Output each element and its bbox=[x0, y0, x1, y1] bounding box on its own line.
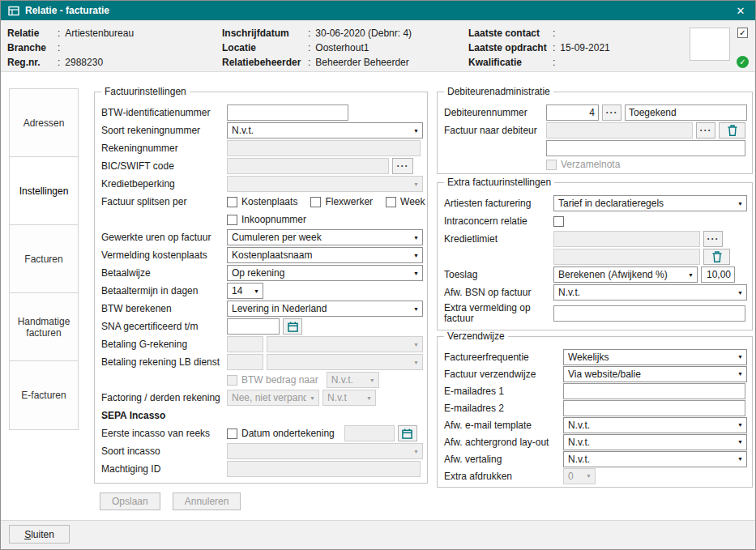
tab-facturen[interactable]: Facturen bbox=[10, 225, 78, 293]
inschrijfdatum-value: 30-06-2020 (Debnr: 4) bbox=[315, 28, 412, 39]
locatie-row: Locatie:Oosterhout1 bbox=[222, 41, 412, 55]
kredietlimiet-label: Kredietlimiet bbox=[444, 233, 553, 245]
separator: : bbox=[548, 42, 560, 53]
sepa-heading-row: SEPA Incasso bbox=[101, 407, 421, 424]
sna-input[interactable] bbox=[227, 318, 280, 335]
chevron-down-icon: ▼ bbox=[586, 473, 592, 479]
titlebar: Relatie - facturatie ✕ bbox=[1, 1, 755, 20]
lb-dienst-row: Betaling rekening LB dienst ▼ bbox=[101, 353, 421, 371]
factoring-row: Factoring / derden rekening Nee, niet ve… bbox=[101, 389, 421, 407]
afw-email-template-select[interactable]: N.v.t.▼ bbox=[563, 417, 747, 433]
gewerkte-uren-select[interactable]: Cumuleren per week▼ bbox=[227, 229, 423, 245]
intraconcern-label: Intraconcern relatie bbox=[444, 215, 553, 227]
selected-value: N.v.t. bbox=[232, 125, 410, 136]
soort-rekeningnummer-select[interactable]: N.v.t.▼ bbox=[227, 122, 423, 139]
inkoopnummer-checkbox[interactable] bbox=[227, 215, 237, 225]
selected-value: Nee, niet verpand bbox=[232, 392, 306, 403]
emailadres1-input[interactable] bbox=[563, 383, 745, 399]
locatie-label: Locatie bbox=[222, 42, 303, 53]
eerste-incasso-label: Eerste incasso van reeks bbox=[101, 428, 227, 439]
relatie-label: Relatie bbox=[7, 28, 53, 39]
sna-calendar-button[interactable] bbox=[283, 318, 302, 335]
afw-achtergrond-select[interactable]: N.v.t.▼ bbox=[563, 434, 747, 450]
kredietlimiet-browse-button[interactable]: ··· bbox=[703, 231, 723, 247]
artiesten-facturering-select[interactable]: Tarief in declaratieregels▼ bbox=[553, 195, 747, 211]
gewerkte-uren-row: Gewerkte uren op factuur Cumuleren per w… bbox=[101, 228, 421, 246]
intraconcern-checkbox[interactable] bbox=[553, 216, 564, 227]
kostenplaats-checkbox[interactable] bbox=[227, 197, 237, 207]
toeslag-select[interactable]: Berekenen (Afwijkend %)▼ bbox=[553, 266, 698, 283]
soort-incasso-select: ▼ bbox=[227, 443, 423, 459]
betaalwijze-select[interactable]: Op rekening▼ bbox=[227, 265, 423, 281]
factuur-naar-debiteur-delete-button[interactable] bbox=[719, 122, 745, 139]
debiteur-extra-input[interactable] bbox=[546, 140, 745, 156]
header-col-1: Relatie:Artiestenbureau Branche: Reg.nr.… bbox=[7, 26, 134, 70]
debiteurennummer-browse-button[interactable]: ··· bbox=[602, 104, 621, 121]
factureerfrequentie-select[interactable]: Wekelijks▼ bbox=[563, 349, 747, 365]
kredietbeperking-row: Kredietbeperking ▼ bbox=[101, 175, 421, 193]
regnr-row: Reg.nr.:2988230 bbox=[7, 55, 134, 70]
artiesten-facturering-row: Artiesten facturering Tarief in declarat… bbox=[444, 194, 745, 212]
chevron-down-icon: ▼ bbox=[413, 449, 419, 454]
bic-browse-button[interactable]: ··· bbox=[392, 158, 413, 174]
debiteurennummer-label: Debiteurennummer bbox=[444, 107, 546, 118]
selected-value: 14 bbox=[232, 285, 250, 296]
kredietbeperking-select: ▼ bbox=[227, 176, 423, 192]
tab-adressen[interactable]: Adressen bbox=[10, 89, 78, 157]
toeslag-percentage-input[interactable] bbox=[701, 266, 735, 283]
datum-ondertekening-label: Datum ondertekening bbox=[241, 428, 335, 439]
bic-input bbox=[227, 158, 389, 174]
tab-e-facturen[interactable]: E-facturen bbox=[10, 361, 78, 429]
debiteurenadministratie-legend: Debiteurenadministratie bbox=[444, 86, 553, 97]
extra-vermelding-input[interactable] bbox=[553, 305, 745, 322]
vermelding-kostenplaats-select[interactable]: Kostenplaatsnaam▼ bbox=[227, 247, 423, 263]
datum-ondertekening-checkbox[interactable] bbox=[227, 428, 237, 439]
kredietlimiet-delete-button[interactable] bbox=[703, 249, 730, 265]
g-rekening-label: Betaling G-rekening bbox=[101, 339, 227, 350]
debiteurennummer-row: Debiteurennummer ··· bbox=[444, 104, 745, 122]
sluiten-label-rest: luiten bbox=[31, 529, 54, 540]
emailadres2-input[interactable] bbox=[563, 400, 745, 416]
emailadres2-row: E-mailadres 2 bbox=[444, 399, 745, 416]
header-checkbox[interactable]: ✓ bbox=[737, 28, 748, 38]
btw-berekenen-select[interactable]: Levering in Nederland▼ bbox=[227, 301, 423, 317]
btw-id-row: BTW-identificatienummer bbox=[101, 104, 421, 122]
close-icon[interactable]: ✕ bbox=[733, 3, 748, 18]
selected-value: 0 bbox=[568, 471, 583, 482]
separator: : bbox=[53, 28, 65, 39]
selected-value: Berekenen (Afwijkend %) bbox=[558, 269, 685, 280]
header-col-3: Laatste contact: Laatste opdracht:15-09-… bbox=[468, 26, 610, 70]
extra-vermelding-row: Extra vermelding op factuur bbox=[444, 301, 745, 326]
sluiten-button[interactable]: Sluiten bbox=[9, 525, 70, 544]
window-title: Relatie - facturatie bbox=[25, 5, 728, 16]
lb-dienst-label: Betaling rekening LB dienst bbox=[101, 356, 227, 368]
factuur-naar-debiteur-row: Factuur naar debiteur ··· bbox=[444, 122, 745, 139]
extra-factuurinstellingen-legend: Extra factuurinstellingen bbox=[444, 177, 554, 188]
flexwerker-checkbox[interactable] bbox=[310, 197, 321, 207]
afw-vertaling-select[interactable]: N.v.t.▼ bbox=[563, 451, 747, 467]
relatiebeheerder-label: Relatiebeheerder bbox=[222, 57, 303, 68]
btw-id-input[interactable] bbox=[227, 104, 348, 121]
tab-instellingen[interactable]: Instellingen bbox=[10, 157, 78, 225]
extra-afdrukken-select: 0▼ bbox=[563, 468, 596, 484]
week-checkbox[interactable] bbox=[386, 197, 396, 207]
trash-icon bbox=[728, 125, 737, 136]
gewerkte-uren-label: Gewerkte uren op factuur bbox=[101, 232, 227, 243]
btw-bedrag-select: N.v.t.▼ bbox=[327, 372, 379, 388]
chevron-down-icon: ▼ bbox=[366, 395, 372, 401]
afw-bsn-select[interactable]: N.v.t.▼ bbox=[553, 284, 747, 301]
separator: : bbox=[53, 57, 65, 68]
chevron-down-icon: ▼ bbox=[413, 360, 419, 365]
factuur-naar-debiteur-browse-button[interactable]: ··· bbox=[696, 122, 715, 139]
header-col-2: Inschrijfdatum:30-06-2020 (Debnr: 4) Loc… bbox=[222, 26, 412, 70]
opslaan-button: Opslaan bbox=[100, 492, 160, 510]
factuur-verzendwijze-select[interactable]: Via website/balie▼ bbox=[563, 366, 747, 382]
afw-bsn-label: Afw. BSN op factuur bbox=[444, 287, 553, 298]
tab-handmatige-facturen[interactable]: Handmatige facturen bbox=[10, 293, 78, 361]
verzendwijze-legend: Verzendwijze bbox=[444, 330, 508, 342]
debiteurennummer-input[interactable] bbox=[546, 104, 599, 121]
factuur-splitsen-row: Factuur splitsen per Kostenplaats Flexwe… bbox=[101, 193, 421, 211]
datum-ondertekening-calendar-button[interactable] bbox=[398, 425, 417, 441]
betaaltermijn-select[interactable]: 14▼ bbox=[227, 283, 263, 299]
selected-value: N.v.t. bbox=[331, 374, 366, 386]
